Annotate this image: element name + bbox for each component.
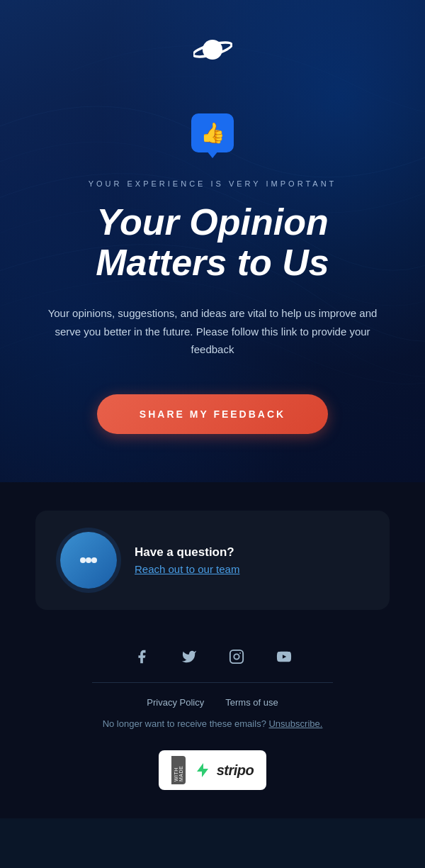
instagram-icon[interactable] xyxy=(225,645,248,668)
reach-out-link[interactable]: Reach out to our team xyxy=(135,563,239,575)
thumbs-up-emoji: 👍 xyxy=(200,121,225,145)
hero-title-line2: Matters to Us xyxy=(96,242,329,283)
have-question-text: Have a question? xyxy=(135,545,239,560)
stripo-box: MADE WITH stripo xyxy=(159,750,267,790)
terms-of-use-link[interactable]: Terms of use xyxy=(225,697,278,708)
unsubscribe-row: No longer want to receive these emails? … xyxy=(35,718,390,729)
stripo-brand-name: stripo xyxy=(217,762,254,779)
twitter-icon[interactable] xyxy=(178,645,200,668)
brand-logo-icon xyxy=(191,28,234,71)
hero-subtitle: YOUR EXPERIENCE IS VERY IMPORTANT xyxy=(35,179,390,188)
chat-bubble-icon xyxy=(74,546,103,574)
svg-marker-9 xyxy=(197,763,208,777)
youtube-icon[interactable] xyxy=(273,645,295,668)
svg-rect-5 xyxy=(230,650,242,663)
stripo-logo-bolt xyxy=(194,762,211,779)
privacy-policy-link[interactable]: Privacy Policy xyxy=(147,697,204,708)
chat-icon-container xyxy=(60,532,117,589)
thumbs-up-badge: 👍 xyxy=(191,113,234,152)
svg-point-3 xyxy=(86,557,91,563)
svg-point-2 xyxy=(80,557,86,563)
social-icons-row xyxy=(35,638,390,668)
made-with-label: MADE WITH xyxy=(171,756,186,784)
share-feedback-button[interactable]: SHARE MY FEEDBACK xyxy=(97,394,328,434)
unsubscribe-text-label: No longer want to receive these emails? xyxy=(103,718,266,729)
svg-point-7 xyxy=(239,652,241,654)
svg-point-4 xyxy=(91,557,97,563)
thumbs-up-icon-box: 👍 xyxy=(191,113,234,152)
footer-divider xyxy=(92,682,333,683)
question-card-text: Have a question? Reach out to our team xyxy=(135,545,239,576)
hero-title: Your Opinion Matters to Us xyxy=(35,202,390,283)
unsubscribe-link[interactable]: Unsubscribe. xyxy=(268,718,322,729)
facebook-icon[interactable] xyxy=(130,645,153,668)
question-card: Have a question? Reach out to our team xyxy=(35,511,390,610)
stripo-badge: MADE WITH stripo xyxy=(35,750,390,790)
hero-section: 👍 YOUR EXPERIENCE IS VERY IMPORTANT Your… xyxy=(0,0,425,482)
bottom-section: Have a question? Reach out to our team xyxy=(0,482,425,818)
hero-title-line1: Your Opinion xyxy=(96,201,328,243)
footer-links: Privacy Policy Terms of use xyxy=(35,697,390,708)
logo-container xyxy=(35,21,390,71)
hero-description: Your opinions, suggestions, and ideas ar… xyxy=(46,304,379,359)
svg-point-6 xyxy=(234,654,239,659)
